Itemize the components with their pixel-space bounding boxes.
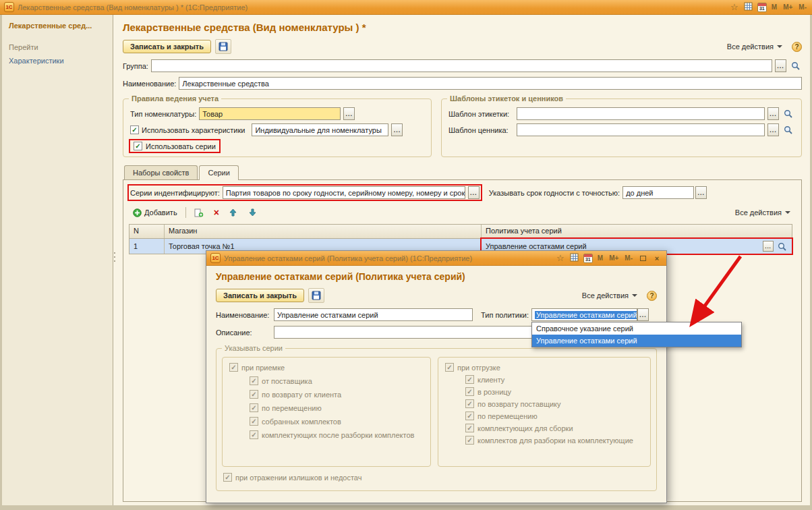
series-list-toolbar: Добавить × Все действия xyxy=(129,205,796,220)
policy-type-select-button[interactable]: ... xyxy=(637,308,649,321)
dialog-name-input[interactable]: Управление остатками серий xyxy=(274,308,473,321)
close-button[interactable]: × xyxy=(651,254,662,263)
nomenclature-type-label: Тип номенклатуры: xyxy=(130,110,196,118)
expiry-precision-label: Указывать срок годности с точностью: xyxy=(489,189,620,197)
magnifier-icon xyxy=(784,109,792,118)
supplier-return-label: по возврату поставщику xyxy=(477,400,561,408)
maximize-button[interactable] xyxy=(637,254,648,263)
memory-m-button[interactable]: М xyxy=(596,254,604,262)
characteristics-kind-select-button[interactable]: ... xyxy=(391,123,403,136)
series-identify-annotation: Серии индентифицируют: Партия товаров по… xyxy=(129,186,481,200)
expiry-precision-select-button[interactable]: ... xyxy=(695,186,707,199)
receipt-child-row: ✓ комплектующих после разборки комплекто… xyxy=(250,430,424,439)
to-client-checkbox: ✓ xyxy=(465,375,474,384)
nomenclature-type-row: Тип номенклатуры: Товар ... xyxy=(130,107,424,120)
sidebar-current-object-link[interactable]: Лекарственные сред... xyxy=(9,22,106,30)
group-select-button[interactable]: ... xyxy=(775,59,786,72)
price-template-input[interactable] xyxy=(517,123,765,136)
page-title: Лекарственные средства (Вид номенклатуры… xyxy=(123,22,802,33)
main-toolbar: Записать и закрыть Все действия ? xyxy=(123,38,802,55)
name-field-input[interactable]: Лекарственные средства xyxy=(179,77,802,90)
save-button[interactable] xyxy=(215,39,231,54)
policy-open-button[interactable] xyxy=(776,241,788,252)
memory-mminus-button[interactable]: М- xyxy=(797,3,808,11)
policy-select-button[interactable]: ... xyxy=(763,241,774,252)
maximize-icon xyxy=(640,256,646,261)
memory-m-button[interactable]: М xyxy=(770,3,778,11)
use-characteristics-row: ✓ Использовать характеристики Индивидуал… xyxy=(130,123,424,136)
calendar-icon[interactable]: 31 xyxy=(757,3,767,12)
1c-logo-icon: 1С xyxy=(4,2,14,12)
policy-type-combo-wrap: Управление остатками серий ... Справочно… xyxy=(531,308,649,321)
client-return-checkbox: ✓ xyxy=(250,390,258,399)
tab-property-sets[interactable]: Наборы свойств xyxy=(124,165,198,179)
table-header: N Магазин Политика учета серий xyxy=(129,225,792,239)
cell-row-number[interactable]: 1 xyxy=(129,239,165,254)
calendar-icon-top xyxy=(758,3,766,6)
use-series-label: Использовать серии xyxy=(146,142,216,150)
group-open-button[interactable] xyxy=(789,59,802,72)
label-template-row: Шаблон этикетки: ... xyxy=(448,107,794,120)
add-copy-button[interactable] xyxy=(190,208,208,218)
sidebar-item-characteristics[interactable]: Характеристики xyxy=(9,57,106,65)
all-actions-button[interactable]: Все действия xyxy=(722,40,788,53)
price-template-open-button[interactable] xyxy=(782,123,794,136)
magnifier-icon xyxy=(791,61,800,70)
check-icon: ✓ xyxy=(467,413,472,420)
tab-series[interactable]: Серии xyxy=(199,165,238,180)
policy-type-input[interactable]: Управление остатками серий xyxy=(531,308,637,321)
calendar-icon-top xyxy=(584,254,592,257)
check-icon: ✓ xyxy=(132,127,137,134)
calendar-icon[interactable]: 31 xyxy=(583,254,593,263)
price-template-select-button[interactable]: ... xyxy=(767,123,779,136)
grid-icon[interactable] xyxy=(743,2,754,13)
favorites-star-icon[interactable]: ☆ xyxy=(555,254,566,263)
save-icon xyxy=(219,42,228,51)
help-button[interactable]: ? xyxy=(792,42,802,52)
favorites-star-icon[interactable]: ☆ xyxy=(729,3,740,12)
dialog-titlebar[interactable]: 1С Управление остатками серий (Политика … xyxy=(206,251,666,266)
add-row-button[interactable]: Добавить xyxy=(129,208,181,218)
app-titlebar: 1С Лекарственные средства (Вид номенклат… xyxy=(0,0,812,15)
dialog-help-button[interactable]: ? xyxy=(647,291,657,301)
move-up-button[interactable] xyxy=(225,208,241,217)
list-all-actions-button[interactable]: Все действия xyxy=(730,206,796,219)
memory-mplus-button[interactable]: М+ xyxy=(782,3,794,11)
name-field-label: Наименование: xyxy=(123,80,176,88)
dialog-save-button[interactable] xyxy=(308,288,324,303)
save-and-close-button[interactable]: Записать и закрыть xyxy=(123,40,211,53)
label-template-input[interactable] xyxy=(517,107,765,120)
supplier-checkbox: ✓ xyxy=(250,376,258,385)
magnifier-icon xyxy=(784,125,792,134)
group-field-input[interactable] xyxy=(151,59,772,72)
move-down-button[interactable] xyxy=(245,208,260,217)
disassembled-parts-checkbox: ✓ xyxy=(250,430,258,439)
use-characteristics-checkbox[interactable]: ✓ xyxy=(130,125,139,134)
nomenclature-type-select-button[interactable]: ... xyxy=(343,107,355,120)
dropdown-option-reference[interactable]: Справочное указание серий xyxy=(532,322,741,335)
delete-row-button[interactable]: × xyxy=(212,208,221,217)
name-field-row: Наименование: Лекарственные средства xyxy=(123,77,802,90)
shipment-groupbox: ✓ при отгрузке ✓ клиенту ✓ в розницу ✓ п… xyxy=(438,357,651,467)
use-series-checkbox[interactable]: ✓ xyxy=(134,142,142,150)
check-icon: ✓ xyxy=(467,401,472,407)
grid-icon[interactable] xyxy=(569,253,580,264)
label-template-select-button[interactable]: ... xyxy=(767,107,779,120)
memory-mminus-button[interactable]: М- xyxy=(623,254,634,262)
series-identify-input[interactable]: Партия товаров по сроку годности, серийн… xyxy=(223,186,465,199)
memory-mplus-button[interactable]: М+ xyxy=(608,254,620,262)
dialog-all-actions-button[interactable]: Все действия xyxy=(577,289,643,302)
label-template-open-button[interactable] xyxy=(782,107,794,120)
column-header-n[interactable]: N xyxy=(129,225,165,238)
series-identify-select-button[interactable]: ... xyxy=(468,186,480,199)
column-header-store[interactable]: Магазин xyxy=(165,225,482,238)
column-header-policy[interactable]: Политика учета серий xyxy=(482,225,792,238)
dropdown-option-balance[interactable]: Управление остатками серий xyxy=(532,335,741,347)
magnifier-icon xyxy=(778,242,786,251)
characteristics-kind-input[interactable]: Индивидуальные для номенклатуры xyxy=(252,123,388,136)
nomenclature-type-input[interactable]: Товар xyxy=(199,107,341,120)
policy-type-dropdown: Справочное указание серий Управление ост… xyxy=(531,322,742,347)
client-return-label: по возврату от клиента xyxy=(262,391,341,399)
expiry-precision-input[interactable]: до дней xyxy=(622,186,694,199)
dialog-save-and-close-button[interactable]: Записать и закрыть xyxy=(216,289,304,302)
